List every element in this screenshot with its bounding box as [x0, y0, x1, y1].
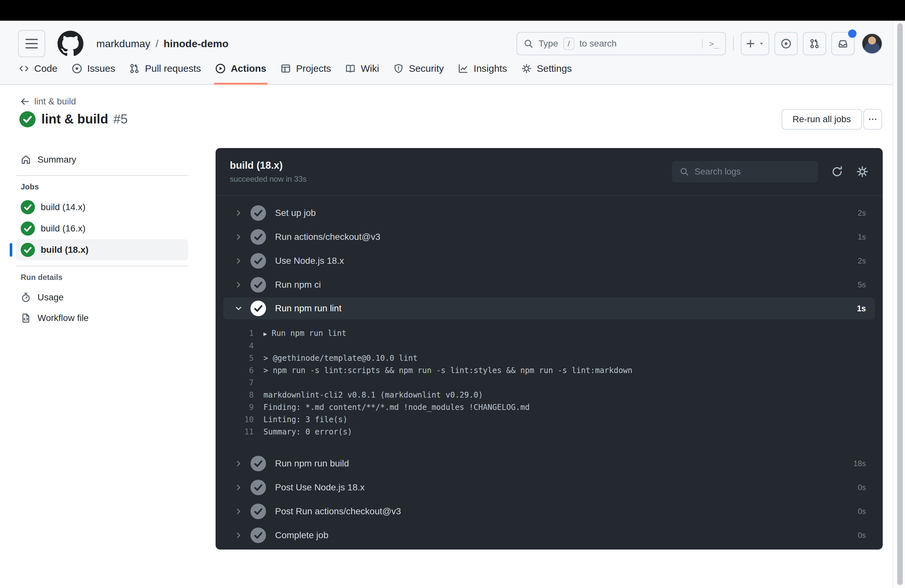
- sidebar-job-build-14-x[interactable]: build (14.x): [16, 197, 188, 218]
- log-line-number: 6: [216, 364, 254, 377]
- log-line-number: 4: [216, 340, 254, 352]
- step-duration: 5s: [858, 280, 866, 289]
- slash-key-hint: /: [564, 38, 574, 50]
- step-duration: 2s: [858, 256, 866, 265]
- log-line-text: > @gethinode/template@0.10.0 lint: [264, 352, 418, 364]
- tab-wiki[interactable]: Wiki: [339, 53, 385, 84]
- pull-requests-icon-button[interactable]: [803, 32, 826, 55]
- log-line: 8markdownlint-cli2 v0.8.1 (markdownlint …: [216, 389, 883, 401]
- step-duration: 0s: [858, 483, 866, 492]
- page-scrollbar-track[interactable]: [893, 21, 905, 588]
- log-line: 5> @gethinode/template@0.10.0 lint: [216, 352, 883, 364]
- log-line-number: 11: [216, 426, 254, 438]
- github-logo[interactable]: [57, 31, 83, 57]
- step-name: Post Run actions/checkout@v3: [275, 506, 858, 516]
- gear-icon: [521, 64, 532, 74]
- step-row-use-node-js-18-x[interactable]: Use Node.js 18.x2s: [216, 249, 883, 273]
- tab-code[interactable]: Code: [13, 53, 64, 84]
- rerun-all-jobs-button[interactable]: Re-run all jobs: [781, 109, 862, 130]
- step-success-icon: [251, 456, 266, 471]
- log-search-input[interactable]: Search logs: [672, 161, 818, 182]
- caret-down-icon: [758, 40, 765, 47]
- sidebar-item-workflow-file[interactable]: Workflow file: [16, 308, 188, 329]
- tab-insights[interactable]: Insights: [452, 53, 513, 84]
- tab-label: Projects: [296, 63, 331, 74]
- back-link-label: lint & build: [34, 96, 76, 106]
- create-new-button[interactable]: [741, 32, 769, 55]
- step-name: Complete job: [275, 530, 858, 540]
- global-search-input[interactable]: Type / to search >_: [516, 32, 726, 55]
- log-group-triangle-icon[interactable]: ▶: [264, 327, 267, 340]
- tab-projects[interactable]: Projects: [275, 53, 337, 84]
- step-row-post-run-actions-checkout-v3[interactable]: Post Run actions/checkout@v30s: [216, 499, 883, 523]
- step-success-icon: [251, 504, 266, 519]
- breadcrumb-repo[interactable]: hinode-demo: [164, 38, 229, 50]
- step-success-icon: [251, 480, 266, 495]
- breadcrumb-separator: /: [156, 38, 158, 50]
- chevron-right-icon: [234, 507, 243, 516]
- step-row-post-use-node-js-18-x[interactable]: Post Use Node.js 18.x0s: [216, 475, 883, 499]
- sidebar-job-build-18-x[interactable]: build (18.x): [16, 239, 188, 261]
- chevron-right-icon: [234, 459, 243, 468]
- breadcrumb-owner[interactable]: markdumay: [96, 38, 150, 50]
- repo-nav: CodeIssuesPull requestsActionsProjectsWi…: [13, 53, 580, 84]
- log-line: 11Summary: 0 error(s): [216, 426, 883, 438]
- refresh-logs-button[interactable]: [831, 165, 843, 178]
- run-options-button[interactable]: [863, 109, 882, 130]
- shield-icon: [393, 64, 404, 74]
- file-code-icon: [21, 313, 31, 323]
- sidebar-job-build-16-x[interactable]: build (16.x): [16, 218, 188, 239]
- step-success-icon: [251, 205, 266, 221]
- tab-label: Code: [34, 63, 57, 74]
- step-name: Post Use Node.js 18.x: [275, 482, 858, 493]
- step-row-run-npm-run-build[interactable]: Run npm run build18s: [216, 451, 883, 475]
- step-duration: 0s: [858, 507, 866, 516]
- step-success-icon: [251, 229, 266, 245]
- tab-label: Wiki: [361, 63, 379, 74]
- run-sidebar: Summary Jobs build (14.x)build (16.x)bui…: [16, 149, 188, 329]
- log-line-number: 1: [216, 327, 254, 339]
- page-scrollbar-thumb[interactable]: [897, 23, 903, 585]
- search-icon: [524, 39, 533, 48]
- inbox-icon-button[interactable]: [831, 32, 854, 55]
- tab-actions[interactable]: Actions: [210, 53, 272, 84]
- git-pull-request-icon: [809, 38, 820, 49]
- home-icon: [21, 154, 31, 165]
- tab-settings[interactable]: Settings: [516, 53, 578, 84]
- log-settings-gear-button[interactable]: [856, 165, 868, 178]
- sidebar-item-label: Workflow file: [38, 313, 89, 323]
- log-line: 6> npm run -s lint:scripts && npm run -s…: [216, 364, 883, 377]
- page-title: lint & build #5: [41, 112, 128, 126]
- book-icon: [345, 64, 356, 74]
- chevron-right-icon: [234, 531, 243, 540]
- table-icon: [281, 64, 291, 74]
- jobs-list: build (14.x)build (16.x)build (18.x): [16, 197, 188, 261]
- step-row-run-npm-run-lint[interactable]: Run npm run lint1s: [223, 297, 875, 319]
- log-line: 9Finding: *.md content/**/*.md !node_mod…: [216, 401, 883, 413]
- step-row-run-actions-checkout-v3[interactable]: Run actions/checkout@v31s: [216, 225, 883, 249]
- tab-security[interactable]: Security: [387, 53, 449, 84]
- header-actions: Type / to search >_: [516, 32, 882, 55]
- header-divider: [733, 37, 734, 51]
- log-line-text: Finding: *.md content/**/*.md !node_modu…: [264, 401, 530, 413]
- panel-header: build (18.x) succeeded now in 33s Search…: [216, 148, 883, 196]
- step-row-complete-job[interactable]: Complete job0s: [216, 523, 883, 547]
- sidebar-item-label: Usage: [38, 292, 64, 303]
- step-row-set-up-job[interactable]: Set up job2s: [216, 201, 883, 225]
- tab-issues[interactable]: Issues: [66, 53, 121, 84]
- step-duration: 1s: [858, 232, 866, 242]
- notification-dot: [848, 29, 856, 38]
- back-link[interactable]: lint & build: [20, 96, 76, 106]
- sidebar-item-usage[interactable]: Usage: [16, 287, 188, 308]
- play-circle-icon: [215, 64, 225, 74]
- step-row-run-npm-ci[interactable]: Run npm ci5s: [216, 273, 883, 297]
- log-line[interactable]: 1▶Run npm run lint: [216, 327, 883, 340]
- run-title-text: lint & build: [41, 112, 108, 126]
- command-palette-icon[interactable]: >_: [702, 39, 719, 48]
- issues-icon-button[interactable]: [775, 32, 798, 55]
- avatar[interactable]: [862, 33, 882, 54]
- sidebar-divider: [16, 266, 188, 266]
- sidebar-item-summary[interactable]: Summary: [16, 149, 188, 170]
- tab-pull-requests[interactable]: Pull requests: [124, 53, 206, 84]
- breadcrumb: markdumay / hinode-demo: [96, 38, 229, 50]
